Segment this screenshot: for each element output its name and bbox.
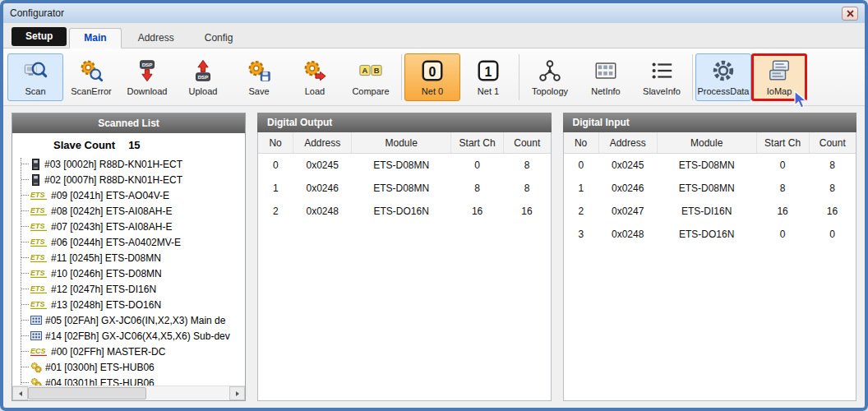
download-button[interactable]: DSPDownload (119, 53, 175, 101)
topology-button[interactable]: Topology (522, 53, 578, 101)
tree-item[interactable]: ETS#07 [0243h] ETS-AI08AH-E (12, 219, 245, 234)
toolbar: ScanScanErrorDSPDownloadDSPUploadSaveLoa… (3, 48, 865, 106)
svg-text:0: 0 (429, 64, 436, 78)
table-cell: 8 (756, 177, 809, 200)
table-cell: ETS-D08MN (352, 177, 451, 200)
table-header-row: NoAddressModuleStart ChCount (564, 132, 856, 154)
table-cell: 0x0246 (293, 177, 352, 200)
processdata-button[interactable]: ProcessData (695, 53, 751, 101)
compare-button[interactable]: ABCompare (343, 53, 399, 101)
digital-output-table-box: NoAddressModuleStart ChCount00x0245ETS-D… (257, 132, 552, 401)
topology-label: Topology (532, 87, 568, 96)
ets-icon: ETS (30, 206, 48, 216)
netinfo-icon (593, 58, 618, 85)
digital-output-header: Digital Output (257, 113, 552, 132)
table-cell: 0 (756, 223, 809, 246)
tab-main[interactable]: Main (69, 28, 121, 48)
tree-item-label: #14 [02FBh] GX-JC06(X4,X5,X6) Sub-dev (45, 330, 230, 342)
table-row[interactable]: 30x0248ETS-DO16N00 (564, 223, 856, 246)
tab-address[interactable]: Address (124, 29, 188, 48)
table-cell: 0x0245 (598, 154, 657, 178)
iomap-label: IoMap (767, 87, 792, 96)
slaveinfo-label: SlaveInfo (643, 87, 681, 96)
scroll-right-arrow[interactable] (229, 386, 245, 400)
tree-item[interactable]: ECS#00 [02FFh] MASTER-DC (12, 344, 245, 359)
table-cell: 8 (809, 177, 856, 200)
tree-item[interactable]: ETS#10 [0246h] ETS-D08MN (12, 266, 245, 281)
svg-text:A: A (362, 66, 368, 74)
table-cell: ETS-D08MN (352, 154, 451, 178)
table-cell: 3 (564, 223, 599, 246)
drive-icon (30, 174, 41, 186)
tree-item-label: #05 [02FAh] GX-JC06(IN,X2,X3) Main de (45, 315, 225, 326)
column-header-address: Address (598, 132, 657, 154)
tab-bar: SetupMainAddressConfig (3, 23, 865, 48)
tab-setup[interactable]: Setup (12, 27, 67, 46)
tree-item[interactable]: ETS#06 [0244h] ETS-A0402MV-E (12, 234, 245, 250)
upload-label: Upload (189, 87, 218, 96)
save-icon (247, 58, 271, 85)
table-row[interactable]: 10x0246ETS-D08MN88 (564, 177, 856, 200)
tree-item[interactable]: #02 [0007h] R88D-KN01H-ECT (12, 172, 245, 187)
tree-item[interactable]: #04 [0301h] ETS-HUB06 (12, 375, 245, 386)
tree-item-label: #10 [0246h] ETS-D08MN (51, 268, 162, 279)
netinfo-button[interactable]: NetInfo (578, 53, 634, 101)
table-cell: 0x0246 (598, 177, 657, 200)
close-button[interactable] (842, 7, 858, 21)
table-row[interactable]: 10x0246ETS-D08MN88 (258, 177, 551, 200)
slave-count-value: 15 (128, 139, 140, 151)
table-row[interactable]: 20x0247ETS-DI16N1616 (564, 200, 856, 223)
scan-label: Scan (25, 87, 45, 96)
digital-input-header: Digital Input (563, 113, 857, 132)
save-label: Save (248, 87, 269, 96)
table-cell: 0x0248 (293, 200, 352, 223)
slaveinfo-button[interactable]: SlaveInfo (634, 53, 690, 101)
scroll-left-arrow[interactable] (12, 386, 28, 400)
tree-item[interactable]: ETS#08 [0242h] ETS-AI08AH-E (12, 203, 245, 219)
tree-item[interactable]: #01 [0300h] ETS-HUB06 (12, 359, 245, 375)
tree-item[interactable]: ETS#12 [0247h] ETS-DI16N (12, 281, 245, 297)
tab-config[interactable]: Config (191, 29, 247, 48)
toolbar-separator (692, 54, 693, 100)
svg-text:ETS: ETS (30, 300, 45, 308)
load-label: Load (305, 87, 325, 96)
scanerror-label: ScanError (71, 87, 112, 96)
hub-icon (30, 377, 42, 386)
svg-text:DSP: DSP (142, 61, 153, 67)
table-cell: 16 (809, 200, 856, 223)
titlebar[interactable]: Configurator (3, 3, 865, 23)
scroll-thumb[interactable] (28, 387, 146, 399)
tree-item[interactable]: #03 [0002h] R88D-KN01H-ECT (12, 156, 245, 172)
upload-button[interactable]: DSPUpload (175, 53, 231, 101)
table-cell: 1 (564, 177, 599, 200)
column-header-address: Address (293, 132, 352, 154)
ets-icon: ETS (30, 284, 48, 294)
tree-item[interactable]: ETS#09 [0241h] ETS-AO04V-E (12, 187, 245, 203)
tree-item[interactable]: ETS#11 [0245h] ETS-D08MN (12, 250, 245, 266)
topology-icon (538, 58, 562, 85)
svg-text:ETS: ETS (30, 253, 45, 261)
svg-text:1: 1 (485, 64, 492, 78)
iomap-button[interactable]: IoMap (751, 53, 807, 101)
table-cell: 1 (258, 177, 293, 200)
scan-button[interactable]: Scan (7, 53, 63, 101)
table-row[interactable]: 00x0245ETS-D08MN08 (258, 154, 551, 178)
net0-button[interactable]: 0Net 0 (404, 53, 460, 101)
save-button[interactable]: Save (231, 53, 287, 101)
horizontal-scrollbar[interactable] (12, 386, 245, 400)
slaveinfo-icon (649, 58, 674, 85)
processdata-icon (711, 58, 736, 85)
load-button[interactable]: Load (287, 53, 343, 101)
table-row[interactable]: 20x0248ETS-DO16N1616 (258, 200, 551, 223)
table-cell: ETS-DO16N (352, 200, 451, 223)
digital-input-table: NoAddressModuleStart ChCount00x0245ETS-D… (564, 132, 856, 246)
net1-button[interactable]: 1Net 1 (460, 53, 516, 101)
scanerror-button[interactable]: ScanError (63, 53, 119, 101)
tree-item[interactable]: #14 [02FBh] GX-JC06(X4,X5,X6) Sub-dev (12, 328, 245, 344)
table-cell: 0x0245 (293, 154, 352, 178)
tree-item[interactable]: #05 [02FAh] GX-JC06(IN,X2,X3) Main de (12, 312, 245, 328)
table-row[interactable]: 00x0245ETS-D08MN08 (564, 154, 856, 178)
scroll-track[interactable] (28, 386, 229, 400)
tree-item[interactable]: ETS#13 [0248h] ETS-DO16N (12, 297, 245, 312)
column-header-module: Module (657, 132, 756, 154)
